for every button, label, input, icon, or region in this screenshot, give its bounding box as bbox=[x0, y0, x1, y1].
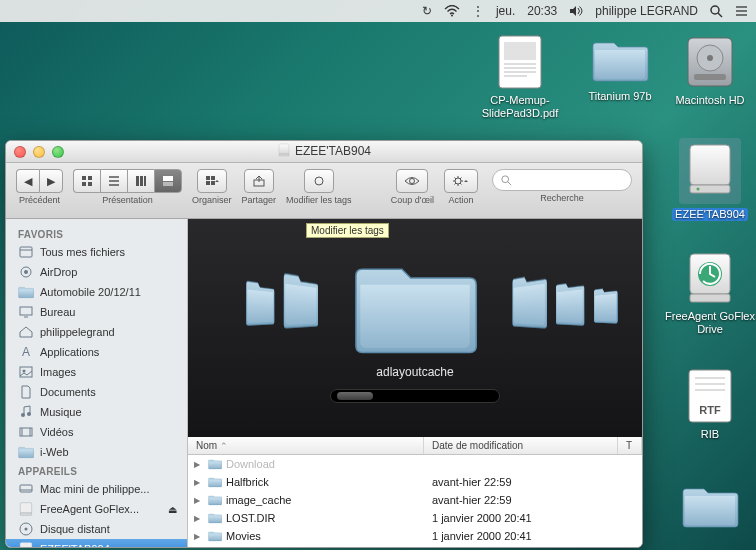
table-row[interactable]: ▶image_cacheavant-hier 22:59 bbox=[188, 491, 642, 509]
sidebar-item-remote[interactable]: Disque distant bbox=[6, 519, 187, 539]
sidebar-item-music[interactable]: Musique bbox=[6, 402, 187, 422]
search-icon bbox=[501, 175, 512, 186]
folder-icon bbox=[681, 480, 739, 532]
toolbar: ◀ ▶ Précédent Présentation Organiser Par… bbox=[6, 163, 642, 219]
table-row[interactable]: ▶Halfbrickavant-hier 22:59 bbox=[188, 473, 642, 491]
sidebar-item-home[interactable]: philippelegrand bbox=[6, 322, 187, 342]
svg-rect-66 bbox=[20, 485, 32, 492]
table-row[interactable]: ▶LOST.DIR1 janvier 2000 20:41 bbox=[188, 509, 642, 527]
svg-rect-43 bbox=[211, 176, 215, 180]
user-name[interactable]: philippe LEGRAND bbox=[595, 4, 698, 18]
sidebar-item-apps[interactable]: AApplications bbox=[6, 342, 187, 362]
disclosure-triangle-icon[interactable]: ▶ bbox=[194, 532, 204, 541]
finder-window: EZEE'TAB904 ◀ ▶ Précédent Présentation O… bbox=[5, 140, 643, 548]
sidebar-item-iweb[interactable]: i-Web bbox=[6, 442, 187, 462]
search-input[interactable] bbox=[492, 169, 632, 191]
quicklook-button[interactable] bbox=[396, 169, 428, 193]
folder-icon bbox=[18, 284, 34, 300]
sidebar-item-airdrop[interactable]: AirDrop bbox=[6, 262, 187, 282]
column-header-name[interactable]: Nom ⌃ bbox=[188, 437, 424, 454]
sidebar-item-images[interactable]: Images bbox=[6, 362, 187, 382]
svg-rect-21 bbox=[690, 294, 730, 302]
titlebar[interactable]: EZEE'TAB904 bbox=[6, 141, 642, 163]
svg-rect-42 bbox=[206, 176, 210, 180]
share-button[interactable] bbox=[244, 169, 274, 193]
svg-rect-45 bbox=[211, 181, 215, 185]
view-icons-button[interactable] bbox=[73, 169, 100, 193]
timemachine-drive-icon bbox=[682, 250, 738, 306]
coverflow-center-folder-icon[interactable] bbox=[350, 254, 480, 359]
desktop-item-macintosh-hd[interactable]: Macintosh HD bbox=[665, 34, 755, 107]
eject-icon[interactable]: ⏏ bbox=[168, 504, 177, 515]
minimize-button[interactable] bbox=[33, 146, 45, 158]
sync-icon[interactable]: ↻ bbox=[422, 4, 432, 18]
svg-rect-72 bbox=[20, 543, 31, 547]
airdrop-icon bbox=[18, 264, 34, 280]
action-button[interactable] bbox=[444, 169, 478, 193]
notification-icon[interactable] bbox=[735, 5, 748, 17]
svg-text:A: A bbox=[22, 345, 30, 359]
svg-rect-27 bbox=[279, 144, 289, 154]
desktop-item-folder[interactable] bbox=[665, 480, 755, 532]
table-row[interactable]: ▶Movies1 janvier 2000 20:41 bbox=[188, 527, 642, 545]
disclosure-triangle-icon[interactable]: ▶ bbox=[194, 496, 204, 505]
close-button[interactable] bbox=[14, 146, 26, 158]
sidebar-item-macmini[interactable]: Mac mini de philippe... bbox=[6, 479, 187, 499]
sidebar-item-docs[interactable]: Documents bbox=[6, 382, 187, 402]
disclosure-triangle-icon[interactable]: ▶ bbox=[194, 514, 204, 523]
coverflow-scrollbar[interactable] bbox=[330, 389, 500, 403]
ext-drive-icon bbox=[277, 143, 291, 157]
eject-icon[interactable]: ⏏ bbox=[168, 544, 177, 548]
desktop-item-rib[interactable]: RTF RIB bbox=[665, 368, 755, 441]
column-header-t[interactable]: T bbox=[618, 437, 642, 454]
table-row[interactable]: ▶Musicaujourd'hui 13:16 bbox=[188, 545, 642, 547]
folder-icon bbox=[208, 476, 222, 488]
column-header-date[interactable]: Date de modification bbox=[424, 437, 618, 454]
sidebar-item-label: Mac mini de philippe... bbox=[40, 483, 149, 495]
view-list-button[interactable] bbox=[100, 169, 127, 193]
sidebar-item-auto[interactable]: Automobile 20/12/11 bbox=[6, 282, 187, 302]
view-coverflow-button[interactable] bbox=[154, 169, 182, 193]
file-list: ▶Download ▶Halfbrickavant-hier 22:59▶ima… bbox=[188, 455, 642, 547]
desktop-item-ezee[interactable]: EZEE'TAB904 bbox=[665, 138, 755, 221]
sidebar-item-ezee[interactable]: EZEE'TAB904⏏ bbox=[6, 539, 187, 547]
volume-icon[interactable] bbox=[569, 5, 583, 17]
desktop-item-freeagent[interactable]: FreeAgent GoFlex Drive bbox=[665, 250, 755, 335]
sidebar-item-bureau[interactable]: Bureau bbox=[6, 302, 187, 322]
folder-icon bbox=[208, 530, 222, 542]
desktop-item-titanium[interactable]: Titanium 97b bbox=[575, 34, 665, 103]
menubar: ↻ ⋮ jeu. 20:33 philippe LEGRAND bbox=[0, 0, 756, 22]
file-name: Movies bbox=[226, 530, 261, 542]
coverflow-area[interactable]: Modifier les tags adlayoutcache bbox=[188, 219, 642, 437]
spotlight-icon[interactable] bbox=[710, 5, 723, 18]
desktop-item-cp-memup[interactable]: CP-Memup-SlidePad3D.pdf bbox=[475, 34, 565, 119]
documents-icon bbox=[18, 384, 34, 400]
sidebar-item-label: Automobile 20/12/11 bbox=[40, 286, 141, 298]
arrange-button[interactable] bbox=[197, 169, 227, 193]
all-files-icon bbox=[18, 244, 34, 260]
file-date: 1 janvier 2000 20:41 bbox=[424, 530, 618, 542]
svg-point-47 bbox=[315, 177, 323, 185]
internal-drive-icon bbox=[682, 34, 738, 90]
view-columns-button[interactable] bbox=[127, 169, 154, 193]
sidebar-item-label: EZEE'TAB904 bbox=[40, 543, 110, 547]
svg-point-48 bbox=[410, 179, 415, 184]
wifi-icon[interactable] bbox=[444, 5, 460, 17]
forward-button[interactable]: ▶ bbox=[39, 169, 63, 193]
svg-rect-69 bbox=[20, 513, 31, 515]
table-row[interactable]: ▶Download bbox=[188, 455, 642, 473]
zoom-button[interactable] bbox=[52, 146, 64, 158]
sidebar-item-all[interactable]: Tous mes fichiers bbox=[6, 242, 187, 262]
svg-point-62 bbox=[27, 412, 31, 416]
signal-icon[interactable]: ⋮ bbox=[472, 4, 484, 18]
clock-day[interactable]: jeu. bbox=[496, 4, 515, 18]
sidebar-item-freeagent[interactable]: FreeAgent GoFlex...⏏ bbox=[6, 499, 187, 519]
sidebar-item-videos[interactable]: Vidéos bbox=[6, 422, 187, 442]
svg-point-14 bbox=[707, 55, 713, 61]
svg-rect-36 bbox=[136, 176, 139, 186]
disclosure-triangle-icon[interactable]: ▶ bbox=[194, 478, 204, 487]
folder-icon bbox=[208, 512, 222, 524]
back-button[interactable]: ◀ bbox=[16, 169, 39, 193]
tags-button[interactable] bbox=[304, 169, 334, 193]
clock-time[interactable]: 20:33 bbox=[527, 4, 557, 18]
